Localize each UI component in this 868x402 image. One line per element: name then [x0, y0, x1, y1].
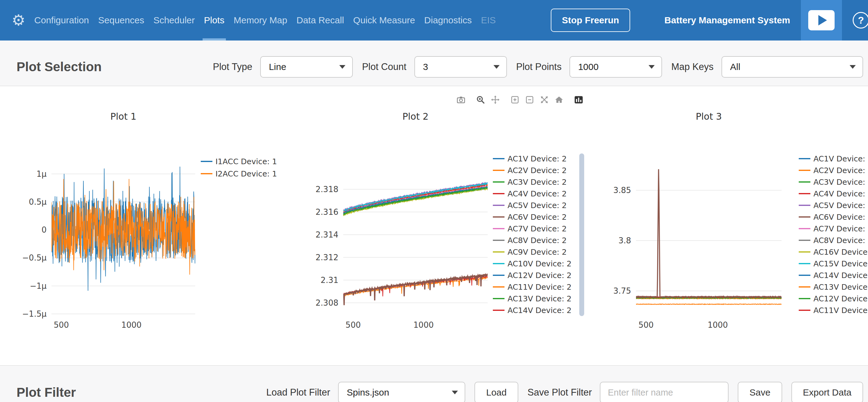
- legend-item[interactable]: I1ACC Device: 1: [201, 155, 277, 168]
- legend-item[interactable]: AC4V Device: 3: [799, 188, 868, 199]
- svg-text:2.308: 2.308: [316, 298, 338, 308]
- legend-swatch: [493, 158, 504, 159]
- legend-item[interactable]: AC15V Device: 3: [799, 258, 868, 269]
- legend-item[interactable]: AC14V Device: 3: [799, 269, 868, 281]
- filter-controls: Load Plot Filter Spins.json Load Save Pl…: [266, 382, 863, 402]
- load-button[interactable]: Load: [474, 382, 518, 402]
- plot-selection-title: Plot Selection: [17, 60, 102, 74]
- plot-2-legend: AC1V Device: 2AC2V Device: 2AC3V Device:…: [493, 153, 571, 316]
- nav-item-sequences[interactable]: Sequences: [93, 0, 149, 40]
- zoom-out-icon[interactable]: [525, 95, 535, 105]
- legend-swatch: [493, 216, 504, 218]
- nav-item-data-recall[interactable]: Data Recall: [292, 0, 348, 40]
- chevron-down-icon: [452, 391, 458, 394]
- legend-item[interactable]: AC14V Device: 2: [493, 305, 571, 316]
- legend-label: AC15V Device: 3: [813, 259, 868, 268]
- legend-item[interactable]: AC4V Device: 2: [493, 188, 571, 199]
- autoscale-icon[interactable]: [539, 95, 550, 105]
- legend-item[interactable]: AC9V Device: 2: [493, 246, 571, 258]
- svg-text:−1µ: −1µ: [30, 281, 46, 291]
- legend-swatch: [493, 205, 504, 206]
- legend-item[interactable]: AC1V Device: 2: [493, 153, 571, 165]
- chevron-down-icon: [493, 65, 500, 69]
- nav-item-scheduler[interactable]: Scheduler: [149, 0, 199, 40]
- legend-item[interactable]: I2ACC Device: 1: [201, 168, 277, 180]
- nav-item-eis[interactable]: EIS: [476, 0, 500, 40]
- legend-swatch: [799, 275, 810, 276]
- plot-1-legend: I1ACC Device: 1I2ACC Device: 1: [201, 155, 277, 180]
- legend-item[interactable]: AC12V Device: 3: [799, 293, 868, 305]
- plot-1-canvas[interactable]: 1µ0.5µ0−0.5µ−1µ−1.5µ5001000Plot 1: [19, 107, 202, 332]
- legend-item[interactable]: AC5V Device: 2: [493, 199, 571, 211]
- legend-item[interactable]: AC3V Device: 3: [799, 176, 868, 188]
- nav-item-quick-measure[interactable]: Quick Measure: [348, 0, 420, 40]
- filter-name-input[interactable]: [600, 382, 728, 402]
- legend-item[interactable]: AC12V Device: 2: [493, 269, 571, 281]
- svg-text:0.5µ: 0.5µ: [29, 197, 46, 206]
- legend-label: AC2V Device: 3: [813, 166, 868, 175]
- plot-count-select[interactable]: 3: [414, 56, 507, 78]
- svg-text:1000: 1000: [708, 320, 728, 329]
- legend-item[interactable]: AC16V Device: 3: [799, 246, 868, 258]
- camera-icon[interactable]: [456, 95, 466, 105]
- legend-label: AC4V Device: 2: [507, 189, 567, 198]
- gear-icon[interactable]: ⚙: [12, 11, 25, 29]
- load-filter-select[interactable]: Spins.json: [338, 382, 465, 402]
- plot-type-select[interactable]: Line: [260, 56, 353, 78]
- legend-swatch: [493, 310, 504, 311]
- legend-item[interactable]: AC7V Device: 2: [493, 223, 571, 234]
- legend-label: AC10V Device: 2: [507, 259, 571, 268]
- help-icon[interactable]: ?: [853, 12, 868, 29]
- save-button[interactable]: Save: [738, 382, 782, 402]
- legend-item[interactable]: AC13V Device: 3: [799, 281, 868, 293]
- legend-label: AC12V Device: 3: [813, 294, 868, 303]
- legend-item[interactable]: AC8V Device: 2: [493, 234, 571, 246]
- run-button[interactable]: [801, 0, 842, 40]
- zoom-icon[interactable]: [476, 95, 486, 105]
- svg-text:500: 500: [345, 320, 361, 329]
- stop-freerun-button[interactable]: Stop Freerun: [551, 8, 630, 32]
- histogram-icon[interactable]: [574, 95, 584, 105]
- legend-item[interactable]: AC2V Device: 3: [799, 165, 868, 176]
- legend-item[interactable]: AC7V Device: 3: [799, 223, 868, 234]
- map-keys-select[interactable]: All: [721, 56, 863, 78]
- pan-icon[interactable]: [490, 95, 501, 105]
- legend-item[interactable]: AC6V Device: 3: [799, 211, 868, 223]
- legend-item[interactable]: AC1V Device: 3: [799, 153, 868, 165]
- legend-label: AC6V Device: 2: [507, 213, 567, 222]
- plot-selection-bar: Plot Selection Plot TypeLinePlot Count3P…: [0, 40, 868, 86]
- legend-swatch: [493, 228, 504, 229]
- nav-item-plots[interactable]: Plots: [199, 0, 229, 40]
- plot-2-canvas[interactable]: 2.3182.3162.3142.3122.312.3085001000Plot…: [302, 107, 492, 332]
- legend-swatch: [493, 170, 504, 171]
- legend-label: AC2V Device: 2: [507, 166, 567, 175]
- legend-item[interactable]: AC13V Device: 2: [493, 293, 571, 305]
- legend-item[interactable]: AC5V Device: 3: [799, 199, 868, 211]
- legend-item[interactable]: AC6V Device: 2: [493, 211, 571, 223]
- export-data-button[interactable]: Export Data: [792, 382, 863, 402]
- plot-points-select[interactable]: 1000: [569, 56, 662, 78]
- legend-item[interactable]: AC10V Device: 2: [493, 258, 571, 269]
- svg-text:3.75: 3.75: [613, 286, 631, 295]
- app-title: Battery Management System: [664, 15, 790, 26]
- legend-item[interactable]: AC8V Device: 3: [799, 234, 868, 246]
- svg-text:−1.5µ: −1.5µ: [22, 309, 46, 319]
- legend-label: AC6V Device: 3: [813, 213, 868, 222]
- legend-swatch: [493, 286, 504, 288]
- legend-label: AC12V Device: 2: [507, 271, 571, 280]
- zoom-in-icon[interactable]: [510, 95, 521, 105]
- legend-item[interactable]: AC3V Device: 2: [493, 176, 571, 188]
- legend-swatch: [799, 216, 810, 218]
- legend-item[interactable]: AC2V Device: 2: [493, 165, 571, 176]
- legend-item[interactable]: AC11V Device: 3: [799, 305, 868, 316]
- nav-item-memory-map[interactable]: Memory Map: [229, 0, 292, 40]
- legend-swatch: [493, 275, 504, 276]
- home-icon[interactable]: [554, 95, 564, 105]
- nav-item-configuration[interactable]: Configuration: [30, 0, 93, 40]
- legend-item[interactable]: AC11V Device: 2: [493, 281, 571, 293]
- svg-text:1000: 1000: [413, 320, 434, 329]
- plot-3-canvas[interactable]: 3.853.83.755001000Plot 3: [598, 107, 786, 332]
- legend-scrollbar[interactable]: [579, 153, 584, 316]
- nav-item-diagnostics[interactable]: Diagnostics: [420, 0, 476, 40]
- legend-swatch: [799, 310, 810, 311]
